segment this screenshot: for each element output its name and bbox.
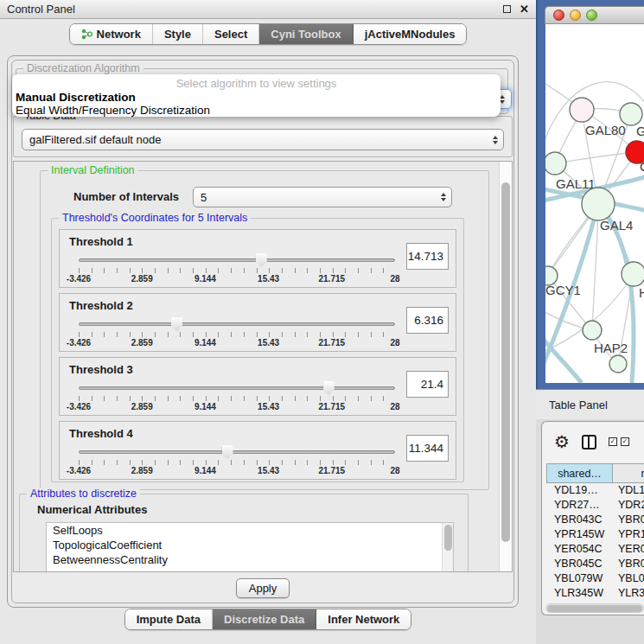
list-item[interactable]: TopologicalCoefficient bbox=[47, 538, 453, 552]
scrollbar-thumb[interactable] bbox=[444, 525, 452, 551]
group-title: Interval Definition bbox=[48, 164, 138, 176]
zoom-traffic-light-icon[interactable] bbox=[586, 10, 597, 21]
table-cell[interactable]: YBL079W bbox=[546, 571, 615, 586]
threshold-value-field[interactable]: 14.713 bbox=[406, 243, 449, 270]
list-scrollbar[interactable] bbox=[442, 523, 453, 572]
table-cell[interactable]: YBR045C bbox=[546, 557, 615, 571]
float-window-icon[interactable] bbox=[503, 5, 511, 13]
number-of-intervals-combobox[interactable]: 5 bbox=[193, 187, 452, 207]
gear-icon[interactable]: ⚙ bbox=[554, 433, 570, 450]
table-toolbar: ⚙ ✓ ✓ bbox=[542, 427, 629, 456]
threshold-value-field[interactable]: 21.4 bbox=[406, 371, 449, 398]
node-table: shared… na YDL19…YDL1YDR27…YDR2YBR043CYB… bbox=[546, 463, 644, 605]
close-traffic-light-icon[interactable] bbox=[553, 10, 564, 21]
slider-tick-labels: -3.426 2.859 9.144 15.43 21.715 28 bbox=[79, 338, 395, 348]
table-cell[interactable]: YER0 bbox=[615, 542, 644, 557]
dropdown-prompt-item[interactable]: Select algorithm to view settings bbox=[12, 76, 501, 91]
tab-style[interactable]: Style bbox=[153, 24, 203, 44]
table-row[interactable]: YDR27…YDR2 bbox=[546, 498, 644, 513]
network-node-label: H bbox=[639, 285, 644, 300]
slider-track[interactable] bbox=[79, 386, 395, 390]
table-cell[interactable]: YBR0 bbox=[615, 513, 644, 527]
apply-button[interactable]: Apply bbox=[236, 578, 290, 598]
slider-track[interactable] bbox=[79, 322, 395, 326]
tab-discretize-data[interactable]: Discretize Data bbox=[213, 609, 316, 629]
slider-thumb[interactable] bbox=[171, 317, 182, 332]
checkbox-icon[interactable]: ✓ bbox=[609, 437, 617, 446]
column-header-shared-name[interactable]: shared… bbox=[546, 463, 613, 483]
table-row[interactable]: YPR145WYPR1 bbox=[546, 527, 644, 542]
tab-network[interactable]: Network bbox=[70, 24, 153, 44]
table-row[interactable]: YBR045CYBR0 bbox=[546, 557, 644, 571]
column-checkboxes: ✓ ✓ bbox=[609, 437, 629, 446]
table-cell[interactable]: YLR3 bbox=[615, 586, 644, 601]
network-node[interactable] bbox=[545, 152, 566, 175]
table-row[interactable]: YLR345WYLR3 bbox=[546, 586, 644, 601]
list-item[interactable]: SelfLoops bbox=[47, 523, 453, 538]
table-row[interactable]: YER054CYER0 bbox=[546, 542, 644, 557]
slider-thumb[interactable] bbox=[222, 445, 233, 460]
network-node[interactable] bbox=[570, 98, 594, 122]
number-of-intervals-label: Number of Intervals bbox=[73, 190, 179, 203]
slider-thumb[interactable] bbox=[256, 253, 267, 268]
tick-label: -3.426 bbox=[67, 274, 91, 284]
dropdown-option-manual[interactable]: Manual Discretization bbox=[12, 91, 501, 104]
control-panel-titlebar: Control Panel ✕ bbox=[0, 0, 536, 19]
tab-jactivemnodules[interactable]: jActiveMNodules bbox=[354, 24, 467, 44]
threshold-slider[interactable]: -3.426 2.859 9.144 15.43 21.715 28 bbox=[79, 445, 395, 478]
minimize-traffic-light-icon[interactable] bbox=[570, 10, 581, 21]
dropdown-option-equal-width[interactable]: Equal Width/Frequency Discretization bbox=[12, 104, 501, 117]
window-title: Control Panel bbox=[7, 3, 75, 16]
threshold-slider[interactable]: -3.426 2.859 9.144 15.43 21.715 28 bbox=[79, 381, 395, 414]
table-horizontal-scrollbar[interactable] bbox=[545, 603, 644, 613]
numerical-attributes-list[interactable]: SelfLoops TopologicalCoefficient Between… bbox=[46, 522, 454, 572]
tab-select[interactable]: Select bbox=[203, 24, 259, 44]
tab-impute-data[interactable]: Impute Data bbox=[125, 609, 213, 629]
table-cell[interactable]: YPR1 bbox=[615, 527, 644, 542]
tick-label: 21.715 bbox=[319, 402, 346, 411]
table-row[interactable]: YBR043CYBR0 bbox=[546, 513, 644, 527]
table-cell[interactable]: YPR145W bbox=[546, 527, 615, 542]
network-node[interactable] bbox=[609, 355, 627, 373]
scrollbar-thumb[interactable] bbox=[547, 605, 642, 612]
table-cell[interactable]: YBR043C bbox=[546, 513, 615, 527]
table-cell[interactable]: YLR345W bbox=[546, 586, 615, 601]
threshold-slider[interactable]: -3.426 2.859 9.144 15.43 21.715 28 bbox=[79, 317, 395, 350]
slider-tick-labels: -3.426 2.859 9.144 15.43 21.715 28 bbox=[79, 466, 395, 476]
tick-label: -3.426 bbox=[67, 338, 91, 348]
table-cell[interactable]: YDR2 bbox=[615, 498, 644, 513]
columns-icon[interactable] bbox=[582, 435, 596, 450]
slider-track[interactable] bbox=[79, 258, 395, 262]
network-node[interactable] bbox=[622, 262, 644, 286]
threshold-slider[interactable]: -3.426 2.859 9.144 15.43 21.715 28 bbox=[79, 253, 395, 286]
table-cell[interactable]: YER054C bbox=[546, 542, 615, 557]
slider-thumb[interactable] bbox=[323, 381, 335, 396]
panel-scrollbar[interactable] bbox=[499, 162, 512, 571]
table-cell[interactable]: YDL1 bbox=[615, 483, 644, 498]
network-node[interactable] bbox=[582, 188, 615, 220]
network-node[interactable] bbox=[620, 103, 642, 125]
network-node[interactable] bbox=[583, 321, 602, 340]
table-cell[interactable]: YBR0 bbox=[615, 557, 644, 571]
network-canvas[interactable]: GAL80GACGAL11GAL4GCY1HHAP2 bbox=[545, 24, 644, 383]
slider-track[interactable] bbox=[79, 450, 395, 454]
tick-label: -3.426 bbox=[67, 466, 91, 475]
scrollbar-thumb[interactable] bbox=[501, 182, 510, 542]
list-item[interactable]: BetweennessCentrality bbox=[47, 552, 453, 567]
table-row[interactable]: YBL079WYBL0 bbox=[546, 571, 644, 586]
network-window-titlebar[interactable] bbox=[545, 6, 644, 24]
checkbox-icon[interactable]: ✓ bbox=[621, 437, 629, 446]
table-cell[interactable]: YDR27… bbox=[546, 498, 615, 513]
column-header-name[interactable]: na bbox=[613, 463, 644, 483]
table-data-combobox[interactable]: galFiltered.sif default node bbox=[22, 129, 504, 150]
table-row[interactable]: YDL19…YDL1 bbox=[546, 483, 644, 498]
threshold-value-field[interactable]: 11.344 bbox=[406, 435, 449, 462]
table-cell[interactable]: YDL19… bbox=[546, 483, 615, 498]
threshold-value-field[interactable]: 6.316 bbox=[406, 307, 449, 334]
tick-label: 9.144 bbox=[194, 402, 216, 411]
table-cell[interactable]: YBL0 bbox=[615, 571, 644, 586]
stepper-up-icon bbox=[493, 136, 498, 139]
close-icon[interactable]: ✕ bbox=[520, 3, 529, 15]
tab-cyni-toolbox[interactable]: Cyni Toolbox bbox=[259, 24, 353, 44]
tab-infer-network[interactable]: Infer Network bbox=[316, 609, 411, 629]
